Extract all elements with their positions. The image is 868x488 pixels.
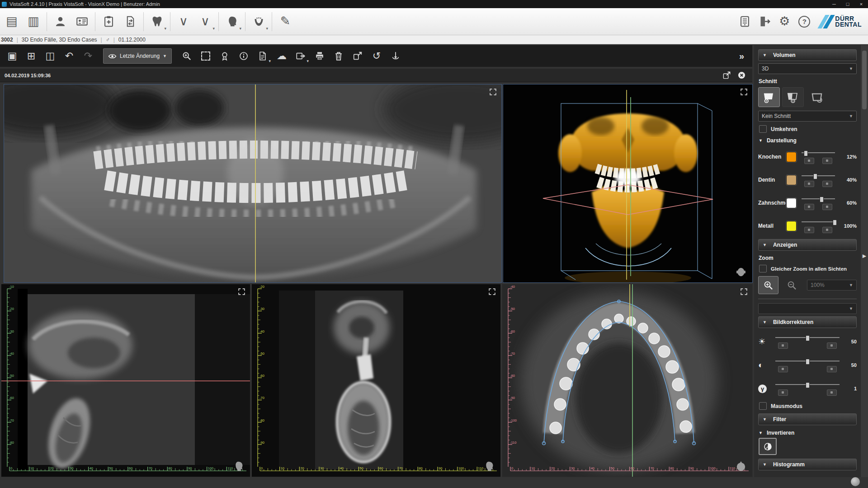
apply-view-button[interactable] bbox=[822, 181, 832, 187]
coronal-image[interactable]: 0102030405060708090100110-20-30-40-50-60… bbox=[252, 284, 500, 477]
cut-type-dropdown[interactable]: Kein Schnitt ▼ bbox=[758, 111, 857, 122]
invert-image-button[interactable] bbox=[759, 438, 777, 455]
panel-coronal-slice[interactable]: 0102030405060708090100110-20-30-40-50-60… bbox=[251, 284, 501, 477]
mausmodus-row[interactable]: Mausmodus bbox=[759, 402, 857, 410]
opacity-slider[interactable] bbox=[802, 196, 835, 202]
apply-view-button[interactable] bbox=[778, 389, 788, 396]
minimize-button[interactable]: ─ bbox=[827, 1, 841, 7]
cloud-export-button[interactable]: ☁ bbox=[273, 47, 291, 65]
panel-3d-volume[interactable] bbox=[503, 84, 753, 283]
view-preset-dropdown[interactable]: ▼ bbox=[758, 303, 857, 314]
expand-panel-icon[interactable] bbox=[740, 88, 748, 96]
scrollbar-thumb[interactable] bbox=[862, 51, 867, 109]
panorama-image[interactable] bbox=[4, 84, 501, 282]
patient-bar[interactable]: 3002 | 3D Endo Fälle, 3D Endo Cases | ♂ … bbox=[0, 35, 868, 44]
apply-view-button[interactable] bbox=[778, 366, 788, 372]
ceph-button[interactable]: ▾ bbox=[248, 11, 269, 33]
section-anzeigen-header[interactable]: ▼ Anzeigen bbox=[758, 239, 857, 251]
section-bildkorrekturen-header[interactable]: ▼ Bildkorrekturen bbox=[758, 316, 857, 328]
expand-panel-icon[interactable] bbox=[740, 288, 748, 296]
patient-button[interactable] bbox=[50, 11, 71, 33]
redo-button[interactable]: ↷ bbox=[79, 47, 97, 65]
zoom-level-dropdown[interactable]: 100% ▼ bbox=[807, 280, 857, 291]
approve-stamp-button[interactable] bbox=[216, 47, 234, 65]
material-color-swatch[interactable] bbox=[786, 198, 797, 208]
bitewing-series-button[interactable]: ∨▾ bbox=[195, 11, 216, 33]
imaging-device-button[interactable] bbox=[735, 11, 754, 33]
expand-panel-icon[interactable] bbox=[238, 288, 245, 296]
last-change-filter-button[interactable]: Letzte Änderung ▼ bbox=[103, 48, 172, 64]
magnify-button[interactable] bbox=[178, 47, 196, 65]
patient-card-button[interactable] bbox=[71, 11, 92, 33]
pen-button[interactable]: ✎ bbox=[275, 11, 296, 33]
clipboard-add-button[interactable] bbox=[98, 11, 119, 33]
logout-button[interactable] bbox=[755, 11, 774, 33]
section-histogramm-header[interactable]: ▼ Histogramm bbox=[758, 459, 857, 470]
panorama-button[interactable]: ▾ bbox=[222, 11, 242, 33]
material-color-swatch[interactable] bbox=[786, 152, 797, 162]
print-button[interactable] bbox=[311, 47, 329, 65]
slice-mode-half-button[interactable] bbox=[782, 87, 804, 107]
gamma-slider[interactable] bbox=[775, 382, 840, 388]
open-external-icon[interactable] bbox=[722, 71, 731, 80]
section-invertieren-header[interactable]: ▼ Invertieren bbox=[759, 430, 857, 436]
records-button[interactable]: ▤ bbox=[1, 11, 22, 33]
opacity-slider[interactable] bbox=[802, 150, 835, 156]
tooth-button[interactable]: ▾ bbox=[146, 11, 167, 33]
invert-cut-row[interactable]: Umkehren bbox=[759, 125, 857, 133]
assistant-icon[interactable] bbox=[851, 477, 860, 486]
sidebar-scrollbar[interactable] bbox=[861, 45, 868, 477]
rotate-reset-button[interactable]: ↺ bbox=[368, 47, 386, 65]
sagittal-image[interactable]: 0102030405060708090100110-10-20-30-40-50… bbox=[1, 284, 250, 477]
panel-axial-slice[interactable]: 0102030405060708090100110-40-50-60-70-80… bbox=[502, 284, 753, 477]
opacity-slider[interactable] bbox=[802, 173, 835, 179]
orientation-head-icon[interactable] bbox=[735, 266, 747, 278]
apply-view-button[interactable] bbox=[822, 158, 832, 164]
contrast-slider[interactable] bbox=[775, 358, 840, 364]
add-view-button[interactable]: ⊞ bbox=[22, 47, 40, 65]
apply-view-button[interactable] bbox=[827, 343, 837, 349]
same-zoom-checkbox[interactable] bbox=[759, 265, 767, 272]
material-color-swatch[interactable] bbox=[786, 175, 797, 185]
apply-view-button[interactable] bbox=[822, 227, 832, 233]
worklist-button[interactable]: ▥ bbox=[23, 11, 44, 33]
same-zoom-row[interactable]: Gleicher Zoom in allen Sichten bbox=[759, 265, 857, 272]
send-to-button[interactable] bbox=[349, 47, 367, 65]
section-volumen-header[interactable]: ▼ Volumen bbox=[758, 49, 857, 61]
panel-sagittal-slice[interactable]: 0102030405060708090100110-10-20-30-40-50… bbox=[1, 284, 250, 477]
bitewing-button[interactable]: ∨ bbox=[173, 11, 194, 33]
more-tools-button[interactable]: » bbox=[739, 51, 744, 61]
apply-view-button[interactable] bbox=[804, 181, 814, 187]
acquire-button[interactable]: ▣ bbox=[3, 47, 21, 65]
sidebar-collapse-arrow[interactable]: ▶ bbox=[861, 251, 868, 261]
axial-image[interactable]: 0102030405060708090100110-40-50-60-70-80… bbox=[502, 284, 752, 477]
brightness-slider[interactable] bbox=[775, 335, 840, 341]
section-darstellung-header[interactable]: ▼ Darstellung bbox=[759, 137, 857, 144]
material-color-swatch[interactable] bbox=[786, 221, 797, 231]
umkehren-checkbox[interactable] bbox=[759, 125, 767, 133]
apply-view-button[interactable] bbox=[778, 343, 788, 349]
delete-button[interactable] bbox=[330, 47, 348, 65]
mausmodus-checkbox[interactable] bbox=[759, 402, 767, 410]
close-button[interactable]: × bbox=[854, 1, 868, 7]
orientation-head-icon[interactable] bbox=[233, 460, 245, 472]
help-button[interactable]: ? bbox=[795, 11, 814, 33]
maximize-button[interactable]: □ bbox=[841, 1, 854, 7]
apply-view-button[interactable] bbox=[804, 227, 814, 233]
volume-type-dropdown[interactable]: 3D ▼ bbox=[758, 63, 857, 74]
apply-view-button[interactable] bbox=[804, 204, 814, 210]
expand-panel-icon[interactable] bbox=[488, 288, 496, 296]
section-filter-header[interactable]: ▼ Filter bbox=[758, 413, 857, 425]
zoom-out-button[interactable] bbox=[782, 276, 802, 294]
import-export-button[interactable] bbox=[120, 11, 141, 33]
zoom-in-button[interactable] bbox=[758, 276, 778, 294]
apply-view-button[interactable] bbox=[827, 366, 837, 372]
info-button[interactable] bbox=[235, 47, 253, 65]
slice-mode-full-button[interactable] bbox=[758, 87, 780, 107]
center-tool-button[interactable] bbox=[387, 47, 405, 65]
slice-mode-none-button[interactable] bbox=[806, 87, 828, 107]
settings-button[interactable]: ⚙ bbox=[775, 11, 794, 33]
orientation-head-icon[interactable] bbox=[483, 460, 495, 472]
opacity-slider[interactable] bbox=[802, 219, 835, 225]
undo-button[interactable]: ↶ bbox=[60, 47, 78, 65]
